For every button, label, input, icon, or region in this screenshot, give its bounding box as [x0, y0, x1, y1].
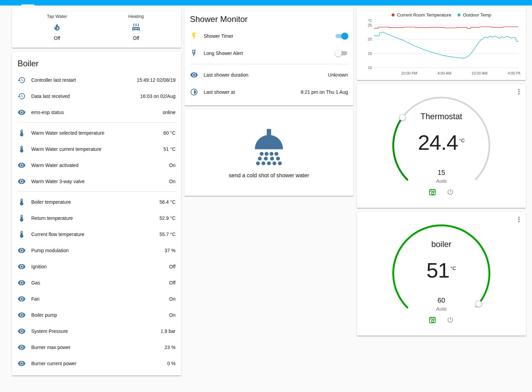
eye-icon — [18, 343, 26, 351]
entity-value: 8:21 pm on Thu 1 Aug — [301, 89, 348, 95]
hvac-mode: Auto — [390, 306, 493, 312]
entity-name: Shower Timer — [204, 33, 336, 39]
flash-icon — [190, 32, 198, 40]
entity-row-boiler-temperature[interactable]: Boiler temperature56.4 °C — [12, 194, 181, 210]
entity-value: 0 % — [167, 361, 176, 366]
thermostat-dial-wrap: Thermostat 24.4°C 15 Auto — [390, 94, 493, 198]
legend-dot — [392, 13, 395, 16]
eye-icon — [18, 177, 26, 186]
entity-value: 16:03 on 02/Aug — [140, 93, 176, 99]
svg-text:15: 15 — [368, 52, 372, 56]
entity-name: Warm Water activated — [31, 163, 166, 168]
eye-icon — [18, 161, 26, 169]
entity-value: Off — [169, 264, 176, 269]
power-icon[interactable] — [446, 316, 454, 324]
entity-name: Burner current power — [31, 361, 165, 366]
column-middle: Shower Monitor Shower TimerLong Shower A… — [184, 8, 353, 376]
entity-value: 52.9 °C — [159, 215, 176, 221]
history-icon — [18, 92, 26, 100]
glance-name: Heating — [128, 14, 144, 19]
tapwater-heating-glance-card: Tap Water Off Heating Off — [12, 8, 181, 48]
svg-text:4:00 AM: 4:00 AM — [438, 71, 451, 75]
calendar-sync-icon[interactable] — [428, 188, 437, 196]
entity-row-gas[interactable]: GasOff — [12, 275, 181, 291]
entity-value: 37 % — [165, 248, 176, 253]
shower-action-card[interactable]: send a cold shot of shower water — [184, 110, 353, 196]
divider — [190, 64, 348, 64]
glance-name: Tap Water — [47, 14, 67, 19]
svg-text:25: 25 — [368, 23, 372, 27]
entity-row-data-last-received[interactable]: Data last received16:03 on 02/Aug — [12, 88, 181, 104]
entity-name: Warm Water current temperature — [31, 146, 161, 152]
entity-row-ignition[interactable]: IgnitionOff — [12, 258, 181, 275]
history-icon — [18, 76, 26, 84]
thermometer-icon — [18, 129, 26, 137]
entity-value: online — [163, 110, 176, 115]
glance-state: Off — [133, 35, 139, 41]
divider — [18, 122, 176, 123]
entity-row-pump-modulation[interactable]: Pump modulation37 % — [12, 242, 181, 258]
entity-row-burner-max-power[interactable]: Burner max power23 % — [12, 339, 181, 355]
entity-row-warm-water-current-temperature[interactable]: Warm Water current temperature51 °C — [12, 141, 181, 157]
boiler-dial-wrap: boiler 51°C 60 Auto — [390, 222, 493, 325]
entity-value: On — [169, 312, 176, 318]
entity-row-system-pressure[interactable]: System Pressure1.9 bar — [12, 323, 181, 339]
entity-name: Fan — [31, 296, 166, 302]
entity-row-boiler-pump[interactable]: Boiler pumpOn — [12, 307, 181, 323]
entity-name: Boiler pump — [31, 312, 166, 318]
dots-vertical-icon[interactable] — [515, 215, 523, 225]
calendar-sync-icon[interactable] — [428, 316, 437, 324]
toggle-shower-timer[interactable] — [336, 33, 347, 39]
legend-dot — [457, 13, 461, 16]
svg-text:10: 10 — [368, 66, 372, 70]
entity-name: Last shower duration — [204, 72, 325, 78]
entity-name: Gas — [31, 280, 167, 285]
glance-item-heating[interactable]: Heating Off — [115, 14, 157, 41]
entity-name: ems-esp status — [31, 110, 160, 115]
thermometer-icon — [18, 198, 26, 206]
glance-item-tap-water[interactable]: Tap Water Off — [36, 14, 78, 41]
current-temperature: 24.4°C — [390, 130, 493, 155]
flash-outline-icon — [190, 49, 198, 57]
entity-row-return-temperature[interactable]: Return temperature52.9 °C — [12, 210, 181, 226]
entity-row-ems-esp-status[interactable]: ems-esp statusonline — [12, 104, 181, 120]
entity-row-last-shower-duration[interactable]: Last shower durationUnknown — [184, 66, 353, 83]
svg-text:20: 20 — [368, 37, 372, 41]
chart-legend: Current Room TemperatureOutdoor Temp — [362, 11, 520, 19]
entity-value: 23 % — [165, 345, 176, 350]
entity-row-burner-current-power[interactable]: Burner current power0 % — [12, 355, 181, 371]
shower-toggle-rows: Shower TimerLong Shower Alert — [184, 27, 353, 62]
glance-state: Off — [54, 35, 60, 41]
svg-text:°C: °C — [368, 19, 372, 23]
eye-icon — [18, 246, 26, 255]
eye-icon — [18, 279, 26, 287]
climate-name: boiler — [390, 239, 493, 249]
entity-row-last-shower-at[interactable]: Last shower at8:21 pm on Thu 1 Aug — [184, 83, 353, 101]
entity-row-long-shower-alert: Long Shower Alert — [184, 45, 353, 62]
eye-icon — [18, 327, 26, 335]
entity-row-warm-water-activated[interactable]: Warm Water activatedOn — [12, 157, 181, 173]
power-icon[interactable] — [446, 188, 454, 196]
shower-monitor-card: Shower Monitor Shower TimerLong Shower A… — [184, 8, 353, 105]
entity-value: 15:49:12 02/08/19 — [137, 77, 176, 83]
eye-icon — [18, 359, 26, 368]
entity-row-controller-last-restart[interactable]: Controller last restart15:49:12 02/08/19 — [12, 72, 181, 88]
dashboard: Tap Water Off Heating Off Boiler Control… — [0, 5, 532, 379]
dots-vertical-icon[interactable] — [515, 88, 523, 97]
column-right: Current Room TemperatureOutdoor Temp 252… — [357, 8, 526, 376]
entity-name: Return temperature — [31, 215, 157, 221]
entity-value: On — [169, 179, 176, 184]
contrast-icon — [190, 88, 198, 96]
entity-name: Data last received — [31, 93, 137, 99]
toggle-long-shower-alert[interactable] — [336, 51, 347, 56]
entity-row-fan[interactable]: FanOn — [12, 291, 181, 307]
entity-row-warm-water-3-way-valve[interactable]: Warm Water 3-way valveOn — [12, 173, 181, 189]
entity-value: 1.9 bar — [160, 328, 176, 334]
boiler-card-title: Boiler — [12, 52, 181, 72]
entity-name: Boiler temperature — [31, 199, 157, 205]
legend-item-outdoor-temp: Outdoor Temp — [457, 12, 491, 18]
entity-row-current-flow-temperature[interactable]: Current flow temperature55.7 °C — [12, 226, 181, 242]
entity-name: Ignition — [31, 264, 167, 269]
entity-row-warm-water-selected-temperature[interactable]: Warm Water selected temperature60 °C — [12, 125, 181, 141]
entity-name: Last shower at — [204, 89, 298, 95]
